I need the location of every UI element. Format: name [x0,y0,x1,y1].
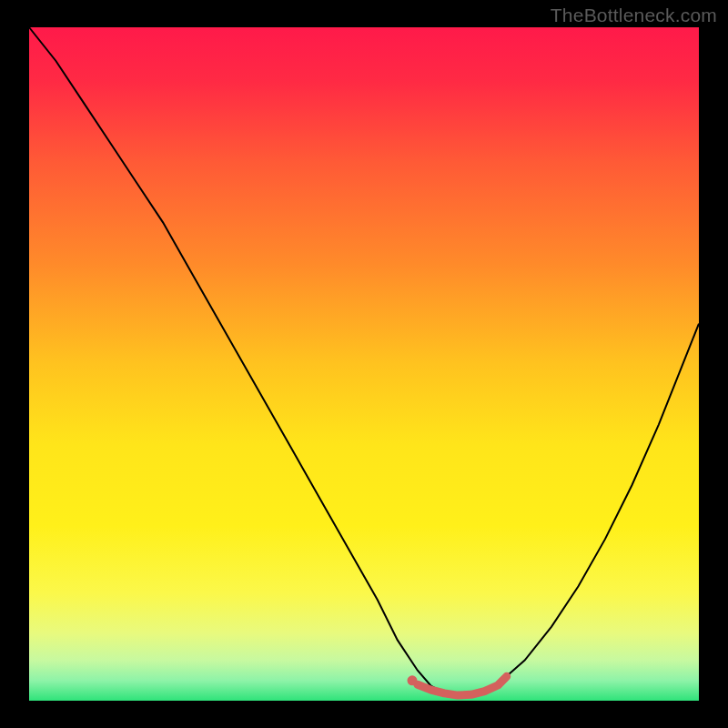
optimal-point-marker [407,675,417,685]
chart-container: TheBottleneck.com [0,0,728,728]
plot-background [29,27,699,701]
attribution-text: TheBottleneck.com [551,5,717,26]
bottleneck-chart [0,0,728,728]
